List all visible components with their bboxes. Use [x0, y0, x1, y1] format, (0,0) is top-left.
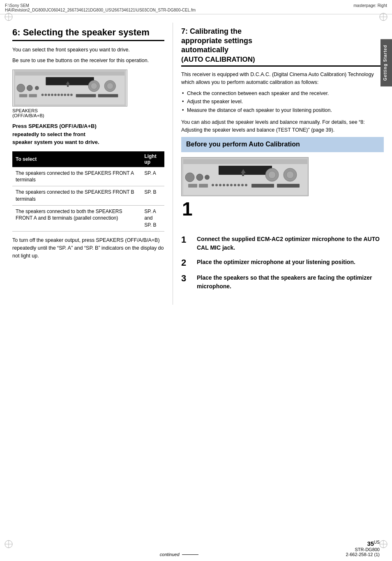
- svg-point-48: [212, 184, 214, 186]
- svg-point-16: [17, 84, 25, 92]
- page-header: F:\Sony SEM HA\Revision2_DG800\JC060412_…: [0, 0, 392, 14]
- svg-point-26: [58, 94, 60, 96]
- page-number: 35: [367, 540, 374, 547]
- svg-point-21: [42, 94, 44, 96]
- svg-point-17: [27, 85, 32, 91]
- svg-point-53: [230, 184, 233, 186]
- img-step-number: 1: [182, 199, 384, 218]
- left-column: 6: Selecting the speaker system You can …: [0, 23, 173, 305]
- table-row: The speakers connected to the SPEAKERS F…: [12, 167, 164, 186]
- turnoff-paragraph: To turn off the speaker output, press SP…: [12, 236, 164, 260]
- header-left: F:\Sony SEM HA\Revision2_DG800\JC060412_…: [5, 3, 196, 12]
- svg-point-56: [241, 184, 244, 186]
- section6-intro2: Be sure to use the buttons on the receiv…: [12, 57, 164, 65]
- svg-point-59: [268, 171, 276, 178]
- step-number: 1: [181, 235, 193, 245]
- svg-point-61: [286, 171, 294, 178]
- svg-rect-65: [242, 173, 244, 176]
- svg-rect-36: [98, 94, 118, 97]
- step-text: Place the optimizer microphone at your l…: [197, 258, 355, 267]
- svg-point-34: [107, 83, 113, 89]
- svg-point-25: [54, 94, 57, 96]
- page-footer: continued 35US STR-DG800 2-662-258-12 (1…: [0, 540, 392, 557]
- side-tab: Getting Started: [380, 39, 392, 86]
- svg-point-22: [44, 94, 47, 96]
- svg-point-18: [35, 86, 39, 90]
- step-number: 3: [181, 274, 193, 283]
- svg-rect-42: [219, 166, 272, 175]
- table-cell-light: SP. A: [141, 167, 164, 186]
- header-path1: F:\Sony SEM: [5, 3, 196, 8]
- table-row: The speakers connected to the SPEAKERS F…: [12, 186, 164, 206]
- step-text: Place the speakers so that the speakers …: [197, 274, 384, 291]
- svg-point-57: [245, 184, 247, 186]
- img-caption-left: SPEAKERS (OFF/A/B/A+B): [12, 108, 164, 118]
- svg-point-51: [223, 184, 225, 186]
- table-cell-light: SP. A and SP. B: [141, 205, 164, 231]
- callout-title: Before you perform Auto Calibration: [186, 140, 379, 149]
- steps-container: 1Connect the supplied ECM-AC2 optimizer …: [181, 235, 384, 291]
- svg-rect-46: [188, 184, 197, 188]
- table-row: The speakers connected to both the SPEAK…: [12, 205, 164, 231]
- svg-rect-19: [19, 94, 28, 97]
- receiver-image-left: [12, 70, 127, 107]
- svg-point-54: [234, 184, 236, 186]
- table-col1-header: To select: [12, 151, 141, 167]
- svg-rect-38: [67, 84, 69, 87]
- svg-rect-20: [29, 94, 37, 97]
- svg-point-28: [64, 94, 66, 96]
- svg-rect-41: [183, 159, 307, 164]
- table-cell-select: The speakers connected to both the SPEAK…: [12, 205, 141, 231]
- footer-right: 35US STR-DG800 2-662-258-12 (1): [346, 540, 380, 557]
- step-number: 2: [181, 258, 193, 268]
- svg-rect-15: [46, 77, 94, 86]
- bullet-item: Measure the distance of each speaker to …: [181, 107, 384, 114]
- svg-point-30: [70, 94, 73, 96]
- speaker-select-table: To select Light up The speakers connecte…: [12, 151, 164, 232]
- bullet-list: Check the connection between each speake…: [181, 90, 384, 114]
- section6-title: 6: Selecting the speaker system: [12, 27, 164, 41]
- continued-label: continued: [160, 552, 198, 557]
- step-item: 3Place the speakers so that the speakers…: [181, 274, 384, 291]
- svg-rect-47: [199, 184, 208, 188]
- svg-point-50: [219, 184, 221, 186]
- model-info: STR-DG800 2-662-258-12 (1): [346, 547, 380, 557]
- svg-point-27: [61, 94, 63, 96]
- svg-point-24: [51, 94, 53, 96]
- main-content: 6: Selecting the speaker system You can …: [0, 14, 392, 305]
- bullet-item: Check the connection between each speake…: [181, 90, 384, 97]
- table-cell-light: SP. B: [141, 186, 164, 206]
- svg-point-23: [48, 94, 50, 96]
- step-item: 1Connect the supplied ECM-AC2 optimizer …: [181, 235, 384, 252]
- section6-intro1: You can select the front speakers you wa…: [12, 46, 164, 54]
- receiver-image-right: [181, 157, 309, 196]
- svg-point-52: [226, 184, 229, 186]
- page-number-wrapper: 35US: [346, 540, 380, 547]
- svg-point-29: [67, 94, 69, 96]
- callout-box: Before you perform Auto Calibration: [181, 137, 384, 152]
- table-col2-header: Light up: [141, 151, 164, 167]
- header-right: masterpage: Right: [353, 3, 387, 8]
- page-suffix: US: [374, 540, 380, 545]
- section7-intro2: You can also adjust the speaker levels a…: [181, 118, 384, 134]
- svg-point-55: [238, 184, 240, 186]
- right-column: 7: Calibrating the appropriate settings …: [173, 23, 392, 305]
- svg-point-45: [205, 175, 210, 180]
- svg-point-32: [91, 83, 97, 89]
- receiver-image-right-wrapper: 1: [181, 157, 384, 218]
- step-item: 2Place the optimizer microphone at your …: [181, 258, 384, 268]
- svg-rect-14: [15, 72, 125, 76]
- bullet-item: Adjust the speaker level.: [181, 98, 384, 106]
- bold-instruction: Press SPEAKERS (OFF/A/B/A+B) repeatedly …: [12, 122, 164, 146]
- section7-title: 7: Calibrating the appropriate settings …: [181, 27, 384, 67]
- table-cell-select: The speakers connected to the SPEAKERS F…: [12, 167, 141, 186]
- svg-rect-62: [251, 184, 274, 188]
- svg-rect-63: [277, 184, 300, 188]
- header-path2: HA\Revision2_DG800\JC060412_2667346121DG…: [5, 8, 196, 12]
- continued-line: [182, 554, 198, 555]
- svg-point-43: [185, 173, 194, 182]
- section7-intro1: This receiver is equipped with D.C.A.C. …: [181, 71, 384, 86]
- svg-rect-35: [76, 94, 96, 97]
- svg-point-49: [215, 184, 218, 186]
- svg-point-44: [196, 174, 203, 181]
